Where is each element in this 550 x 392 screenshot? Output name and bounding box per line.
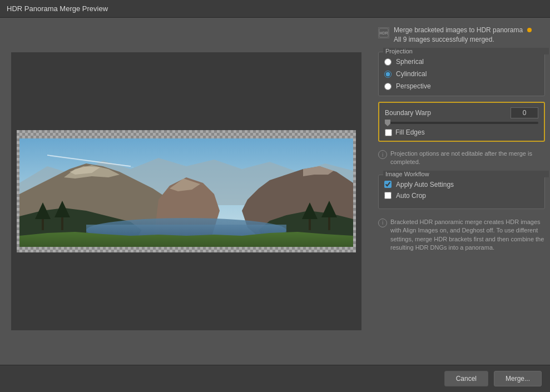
right-panel: HDR Merge bracketed images to HDR panora… bbox=[373, 18, 550, 365]
radio-spherical-input[interactable] bbox=[384, 58, 392, 66]
auto-crop-checkbox[interactable] bbox=[384, 192, 392, 199]
auto-crop-item[interactable]: Auto Crop bbox=[384, 192, 539, 200]
boundary-warp-header: Boundary Warp bbox=[385, 107, 538, 118]
svg-text:HDR: HDR bbox=[379, 31, 388, 35]
boundary-warp-slider-thumb[interactable] bbox=[385, 120, 390, 126]
workflow-content: Apply Auto Settings Auto Crop bbox=[379, 178, 544, 209]
svg-rect-16 bbox=[61, 215, 63, 230]
workflow-label: Image Workflow bbox=[383, 171, 549, 177]
bracketed-info-icon: i bbox=[378, 219, 387, 227]
auto-crop-label: Auto Crop bbox=[396, 192, 426, 200]
fill-edges-checkbox[interactable] bbox=[385, 129, 392, 136]
projection-label: Projection bbox=[383, 48, 549, 54]
dialog-title: HDR Panorama Merge Preview bbox=[7, 4, 108, 13]
cancel-button[interactable]: Cancel bbox=[444, 371, 488, 386]
radio-perspective-input[interactable] bbox=[384, 83, 392, 90]
projection-radio-group: Spherical Cylindrical Perspective bbox=[384, 58, 539, 90]
merge-title: Merge bracketed images to HDR panorama bbox=[394, 26, 523, 34]
merge-text-area: Merge bracketed images to HDR panorama A… bbox=[394, 26, 532, 43]
boundary-warp-input[interactable] bbox=[511, 107, 538, 118]
svg-rect-20 bbox=[328, 215, 330, 230]
panorama-image bbox=[19, 138, 353, 247]
apply-auto-settings-checkbox[interactable] bbox=[384, 181, 392, 188]
fill-edges-label: Fill Edges bbox=[395, 128, 425, 136]
radio-spherical-label: Spherical bbox=[396, 58, 424, 66]
bracketed-info-text: Bracketed HDR panoramic merge creates HD… bbox=[390, 218, 545, 252]
merge-status: HDR Merge bracketed images to HDR panora… bbox=[378, 23, 545, 46]
bracketed-info-block: i Bracketed HDR panoramic merge creates … bbox=[378, 215, 545, 256]
boundary-warp-label: Boundary Warp bbox=[385, 109, 431, 117]
merge-button[interactable]: Merge... bbox=[494, 371, 542, 386]
preview-panel bbox=[0, 18, 373, 365]
apply-auto-settings-item[interactable]: Apply Auto Settings bbox=[384, 181, 539, 188]
fill-edges-row[interactable]: Fill Edges bbox=[385, 128, 538, 136]
merge-icon: HDR bbox=[378, 27, 389, 38]
panorama-container bbox=[17, 130, 356, 252]
boundary-warp-slider-track[interactable] bbox=[385, 122, 538, 124]
radio-cylindrical[interactable]: Cylindrical bbox=[384, 70, 539, 78]
status-dot bbox=[527, 28, 532, 32]
projection-info-text: Projection options are not editable afte… bbox=[390, 150, 545, 167]
info-icon: i bbox=[378, 150, 387, 159]
radio-perspective-label: Perspective bbox=[396, 82, 431, 90]
projection-section: Projection Spherical Cylindrical bbox=[378, 52, 545, 96]
boundary-warp-slider-container bbox=[385, 122, 538, 124]
radio-spherical[interactable]: Spherical bbox=[384, 58, 539, 66]
apply-auto-settings-label: Apply Auto Settings bbox=[396, 181, 454, 188]
preview-area bbox=[11, 52, 361, 330]
merge-subtitle: All 9 images successfully merged. bbox=[394, 36, 532, 43]
boundary-warp-section: Boundary Warp Fill Edges bbox=[378, 102, 545, 142]
radio-perspective[interactable]: Perspective bbox=[384, 82, 539, 90]
radio-cylindrical-input[interactable] bbox=[384, 71, 392, 78]
projection-info: i Projection options are not editable af… bbox=[378, 147, 545, 169]
workflow-section: Image Workflow Apply Auto Settings Auto … bbox=[378, 175, 545, 209]
bottom-bar: Cancel Merge... bbox=[0, 365, 550, 392]
radio-cylindrical-label: Cylindrical bbox=[396, 70, 427, 78]
